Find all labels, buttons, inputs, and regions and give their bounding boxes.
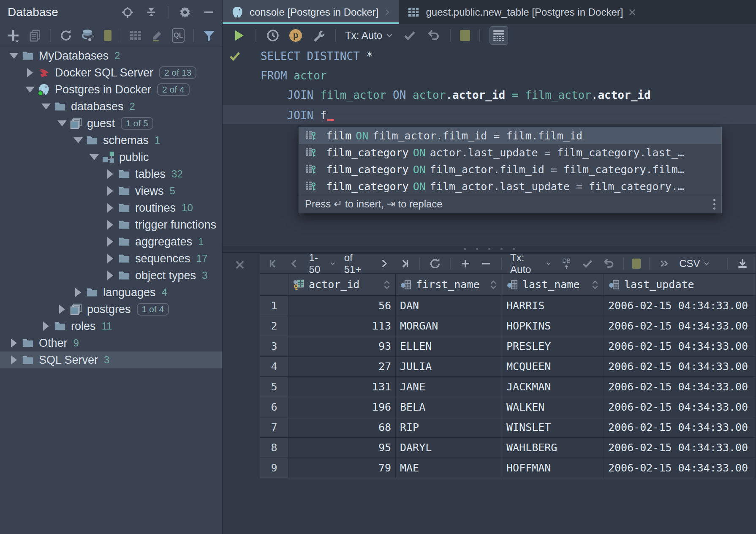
table-cell[interactable]: WALKEN: [502, 397, 604, 417]
table-cell[interactable]: MORGAN: [396, 316, 502, 336]
next-page-icon[interactable]: [378, 256, 390, 271]
table-cell[interactable]: 113: [288, 316, 396, 336]
tree-item-schemas[interactable]: schemas1: [0, 132, 222, 149]
add-row-icon[interactable]: [459, 256, 472, 271]
chevron-collapsed-icon[interactable]: [103, 271, 117, 280]
table-cell[interactable]: ELLEN: [396, 336, 502, 357]
double-chevron-icon[interactable]: [658, 256, 671, 271]
tab-console[interactable]: console [Postgres in Docker]: [223, 0, 399, 24]
datasource-properties-icon[interactable]: [81, 28, 95, 43]
table-cell[interactable]: MCQUEEN: [502, 357, 604, 377]
ql-console-icon[interactable]: QL: [172, 28, 185, 43]
table-cell[interactable]: 56: [288, 296, 396, 316]
sort-icon[interactable]: [383, 279, 391, 290]
row-number[interactable]: 7: [260, 417, 288, 438]
delete-row-icon[interactable]: [480, 256, 493, 271]
table-cell[interactable]: 93: [288, 336, 396, 357]
chevron-collapsed-icon[interactable]: [103, 220, 117, 229]
table-cell[interactable]: 2006-02-15 04:34:33.00: [604, 458, 756, 478]
duplicate-icon[interactable]: [29, 28, 41, 43]
row-number[interactable]: 5: [260, 377, 288, 397]
chevron-collapsed-icon[interactable]: [55, 305, 69, 314]
code-line-1[interactable]: SELECT DISTINCT *: [223, 46, 756, 66]
chevron-collapsed-icon[interactable]: [7, 338, 21, 348]
settings-wrench-icon[interactable]: [311, 28, 326, 43]
table-cell[interactable]: 27: [288, 357, 396, 377]
table-cell[interactable]: 131: [288, 377, 396, 397]
table-cell[interactable]: 79: [288, 458, 396, 478]
row-number[interactable]: 2: [260, 316, 288, 336]
chevron-expanded-icon[interactable]: [87, 154, 101, 160]
code-line-2[interactable]: FROM actor: [223, 66, 756, 85]
table-cell[interactable]: 2006-02-15 04:34:33.00: [604, 397, 756, 417]
row-number[interactable]: 8: [260, 438, 288, 458]
locate-icon[interactable]: [120, 5, 135, 19]
row-number[interactable]: 4: [260, 357, 288, 377]
table-cell[interactable]: 2006-02-15 04:34:33.00: [604, 417, 756, 438]
table-cell[interactable]: JACKMAN: [502, 377, 604, 397]
page-range-dropdown[interactable]: 1-50: [309, 252, 336, 275]
tree-item-roles[interactable]: roles11: [0, 318, 222, 335]
table-cell[interactable]: DARYL: [396, 438, 502, 458]
tree-item-guest[interactable]: guest1 of 5: [0, 115, 222, 132]
tree-item-postgres[interactable]: postgres1 of 4: [0, 301, 222, 318]
chevron-expanded-icon[interactable]: [39, 104, 53, 109]
tree-item-languages[interactable]: languages4: [0, 284, 222, 301]
tree-item-docker-sql-server[interactable]: Docker SQL Server2 of 13: [0, 64, 222, 81]
autocomplete-item-film-category[interactable]: film_categoryONfilm_actor.last_update = …: [299, 178, 721, 195]
more-options-icon[interactable]: [713, 199, 715, 210]
autocomplete-item-film-category[interactable]: film_categoryONfilm_actor.film_id = film…: [299, 161, 721, 178]
row-number[interactable]: 3: [260, 336, 288, 357]
table-cell[interactable]: DAN: [396, 296, 502, 316]
hide-panel-icon[interactable]: [201, 5, 216, 19]
table-cell[interactable]: 2006-02-15 04:34:33.00: [604, 438, 756, 458]
table-cell[interactable]: 2006-02-15 04:34:33.00: [604, 316, 756, 336]
table-cell[interactable]: WINSLET: [502, 417, 604, 438]
table-cell[interactable]: WAHLBERG: [502, 438, 604, 458]
tree-item-other[interactable]: Other9: [0, 335, 222, 351]
collapse-all-icon[interactable]: [144, 5, 158, 19]
autocomplete-item-film-category[interactable]: film_categoryONactor.last_update = film_…: [299, 144, 721, 161]
chevron-collapsed-icon[interactable]: [7, 355, 21, 365]
row-number[interactable]: 9: [260, 458, 288, 478]
tab-new-table[interactable]: guest.public.new_table [Postgres in Dock…: [399, 0, 644, 24]
row-number[interactable]: 6: [260, 397, 288, 417]
close-icon[interactable]: [628, 8, 636, 16]
chevron-collapsed-icon[interactable]: [103, 203, 117, 213]
tx-mode-dropdown[interactable]: Tx: Auto: [510, 252, 552, 275]
tree-item-trigger-functions[interactable]: trigger functions: [0, 216, 222, 233]
column-header-last-name[interactable]: last_name: [502, 274, 604, 296]
column-header-actor-id[interactable]: actor_id: [288, 274, 396, 296]
chevron-collapsed-icon[interactable]: [23, 68, 37, 77]
code-line-4[interactable]: JOIN f: [223, 105, 756, 124]
table-cell[interactable]: PRESLEY: [502, 336, 604, 357]
table-cell[interactable]: JULIA: [396, 357, 502, 377]
chevron-collapsed-icon[interactable]: [103, 254, 117, 263]
edit-icon[interactable]: [151, 28, 163, 43]
chevron-expanded-icon[interactable]: [71, 137, 85, 143]
gear-icon[interactable]: [178, 5, 192, 19]
chevron-collapsed-icon[interactable]: [39, 321, 53, 331]
previous-page-icon[interactable]: [288, 256, 301, 271]
export-format-dropdown[interactable]: CSV: [679, 258, 710, 270]
table-cell[interactable]: BELA: [396, 397, 502, 417]
row-number[interactable]: 1: [260, 296, 288, 316]
table-cell[interactable]: JANE: [396, 377, 502, 397]
tree-item-public[interactable]: public: [0, 149, 222, 166]
filter-icon[interactable]: [202, 28, 216, 43]
reload-data-icon[interactable]: [429, 256, 441, 271]
tree-item-routines[interactable]: routines10: [0, 199, 222, 216]
table-cell[interactable]: 2006-02-15 04:34:33.00: [604, 377, 756, 397]
tree-item-mydatabases[interactable]: MyDatabases2: [0, 47, 222, 64]
chevron-expanded-icon[interactable]: [7, 53, 21, 59]
show-results-toggle-icon[interactable]: [489, 26, 508, 45]
tree-item-postgres-in-docker[interactable]: Postgres in Docker2 of 4: [0, 81, 222, 98]
table-cell[interactable]: HOFFMAN: [502, 458, 604, 478]
chevron-collapsed-icon[interactable]: [103, 169, 117, 179]
tree-item-tables[interactable]: tables32: [0, 166, 222, 183]
table-cell[interactable]: HOPKINS: [502, 316, 604, 336]
tree-item-aggregates[interactable]: aggregates1: [0, 233, 222, 250]
chevron-expanded-icon[interactable]: [23, 87, 37, 93]
column-header-first-name[interactable]: first_name: [396, 274, 502, 296]
table-cell[interactable]: 2006-02-15 04:34:33.00: [604, 336, 756, 357]
